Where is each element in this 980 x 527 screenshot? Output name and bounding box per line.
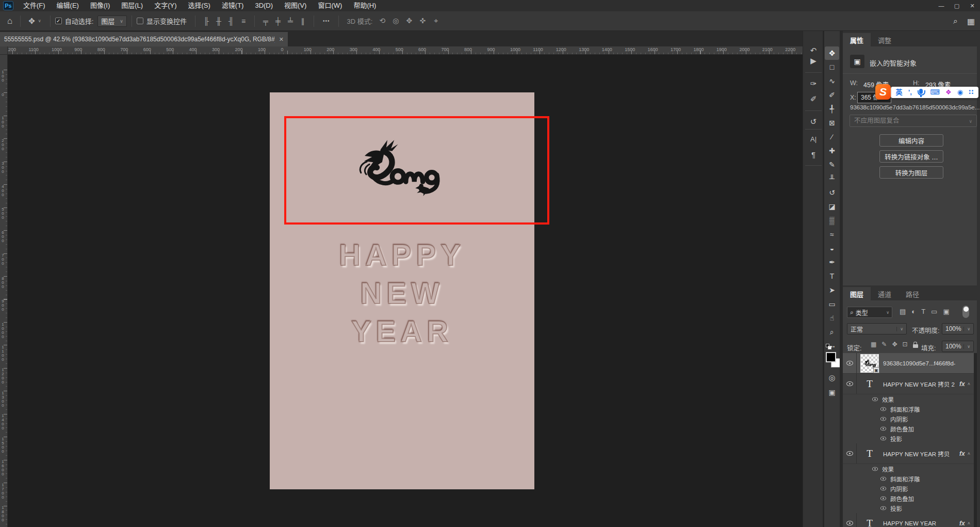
brushes-panel-icon[interactable]: ✐ [803,93,824,105]
move-tool[interactable]: ✥ [825,46,839,60]
visibility-eye-icon[interactable] [846,451,853,456]
menu-item-7[interactable]: 3D(D) [249,0,279,11]
paragraph-panel-icon[interactable]: ¶ [803,149,824,161]
distribute-v-icon[interactable]: ∥ [297,17,309,25]
effects-header-row[interactable]: 效果 [843,464,974,474]
lock-artboard-icon[interactable]: ⊡ [902,341,907,348]
eraser-tool[interactable]: ◪ [825,200,839,213]
visibility-eye-icon[interactable] [846,381,853,386]
align-top-icon[interactable]: ╤ [259,17,272,25]
lock-all-icon[interactable] [913,344,918,348]
3d-pan-icon[interactable]: ✥ [402,17,416,25]
menu-item-0[interactable]: 文件(F) [18,0,51,11]
effect-row[interactable]: 内阴影 [843,414,974,424]
tab-properties-1[interactable]: 调整 [871,33,899,46]
move-tool-options-icon[interactable]: ✥ [25,17,38,26]
effect-row[interactable]: 颜色叠加 [843,493,974,503]
layer-fx[interactable]: fx˄ [959,450,974,457]
layer-row[interactable]: ▣93638c1090d5e7...f466f8d-ycXq0G [843,353,974,374]
visibility-eye-icon[interactable] [880,437,886,441]
show-transform-checkbox[interactable] [137,18,143,24]
filter-adjustment-layers-icon[interactable]: ◐ [911,308,916,315]
3d-rotate-icon[interactable]: ⟲ [375,17,389,25]
marquee-tool[interactable]: □ [825,60,839,74]
menu-item-6[interactable]: 滤镜(T) [216,0,250,11]
align-center-v-icon[interactable]: ╪ [272,17,284,25]
visibility-eye-icon[interactable] [880,417,886,421]
close-button[interactable]: ✕ [965,0,980,11]
tab-layers-2[interactable]: 路径 [899,287,926,300]
visibility-eye-icon[interactable] [880,487,886,491]
clone-stamp-tool[interactable]: ╨ [825,172,839,185]
menu-item-9[interactable]: 窗口(W) [312,0,348,11]
ime-toolbox-icon[interactable]: ◉ [957,87,963,98]
lock-transparency-icon[interactable]: ▦ [871,341,876,348]
zoom-tool[interactable]: ⌕ [825,325,839,339]
layer-fx[interactable]: fx˄ [959,520,974,527]
happy-new-year-text[interactable]: HAPPYNEWYEAR [270,236,534,350]
filter-type-layers-icon[interactable]: T [921,308,925,315]
ime-punctuation-icon[interactable]: ’, [908,87,912,98]
eyedropper-tool[interactable]: ∕ [825,130,839,143]
character-panel-icon[interactable]: A| [803,133,824,146]
fx-icon[interactable]: fx [959,520,965,527]
brush-settings-panel-icon[interactable]: ✑ [803,77,824,90]
crop-tool[interactable]: ╃ [825,102,839,116]
3d-camera-icon[interactable]: ⌖ [429,17,443,25]
actions-panel-icon[interactable]: ▶ [803,55,824,67]
tab-layers-1[interactable]: 通道 [871,287,899,300]
rectangle-tool[interactable]: ▭ [825,297,839,311]
effect-row[interactable]: 内阴影 [843,484,974,493]
smudge-tool[interactable]: ≈ [825,228,839,241]
tab-layers-0[interactable]: 图层 [843,287,871,300]
visibility-eye-icon[interactable] [880,506,886,510]
ime-keyboard-icon[interactable]: ⌨ [930,87,940,98]
frame-tool[interactable]: ⊠ [825,116,839,130]
maximize-button[interactable]: ▢ [949,0,965,11]
foreground-color-swatch[interactable] [826,352,836,362]
effect-row[interactable]: 颜色叠加 [843,424,974,434]
fx-icon[interactable]: fx [959,450,965,457]
quick-mask-icon[interactable]: ◎ [825,372,839,384]
3d-roll-icon[interactable]: ◎ [389,17,402,25]
horizontal-ruler[interactable]: 1200110010009008007006005004003002001000… [8,46,803,55]
visibility-eye-icon[interactable] [846,361,853,365]
fx-icon[interactable]: fx [959,380,965,388]
distribute-h-icon[interactable]: ≡ [237,17,250,25]
layer-fx[interactable]: fx˄ [959,380,974,388]
collapse-effects-icon[interactable]: ˄ [968,521,970,526]
layer-filter-select[interactable]: ⌕ 类型 ∨ [847,307,892,318]
menu-item-3[interactable]: 图层(L) [116,0,149,11]
canvas-pasteboard[interactable]: HAPPYNEWYEAR [8,55,803,527]
smart-object-selection-outline[interactable] [284,116,549,225]
sogou-input-logo[interactable]: S [875,84,891,100]
ime-menu-icon[interactable]: ∷ [969,87,973,98]
align-right-icon[interactable]: ╢ [225,17,237,25]
vertical-ruler[interactable]: 1000100200300400500600700800900100011001… [0,55,8,527]
visibility-eye-icon[interactable] [880,477,886,481]
layer-row[interactable]: THAPPY NEW YEARfx˄ [843,513,974,527]
more-options-icon[interactable]: ••• [319,18,334,24]
visibility-eye-icon[interactable] [880,497,886,501]
align-center-h-icon[interactable]: ╫ [213,17,225,25]
filter-smart-objects-icon[interactable]: ▣ [943,308,949,315]
gradient-tool[interactable]: ▒ [825,214,839,227]
layer-row[interactable]: THAPPY NEW YEAR 拷贝fx˄ [843,443,974,464]
effect-row[interactable]: 斜面和浮雕 [843,404,974,414]
ime-lang-icon[interactable]: 英 [896,87,903,98]
lock-pixels-icon[interactable]: ✎ [881,341,887,348]
visibility-eye-icon[interactable] [872,467,878,471]
brush-tool[interactable]: ✎ [825,158,839,171]
healing-brush-tool[interactable]: ✚ [825,144,839,157]
menu-item-8[interactable]: 视图(V) [279,0,312,11]
visibility-eye-icon[interactable] [880,427,886,431]
search-icon[interactable]: ⌕ [953,17,958,26]
auto-select-target-select[interactable]: 图层 ∨ [97,15,127,27]
layer-thumbnail[interactable]: ▣ [861,355,878,372]
lasso-tool[interactable]: ∿ [825,74,839,88]
visibility-eye-icon[interactable] [880,407,886,411]
dodge-tool[interactable]: ◒ [825,242,839,255]
convert-to-linked-button[interactable]: 转换为链接对象 … [879,150,943,163]
filter-toggle-switch[interactable] [962,306,969,318]
blend-mode-select[interactable]: 正常 ∨ [847,323,907,334]
